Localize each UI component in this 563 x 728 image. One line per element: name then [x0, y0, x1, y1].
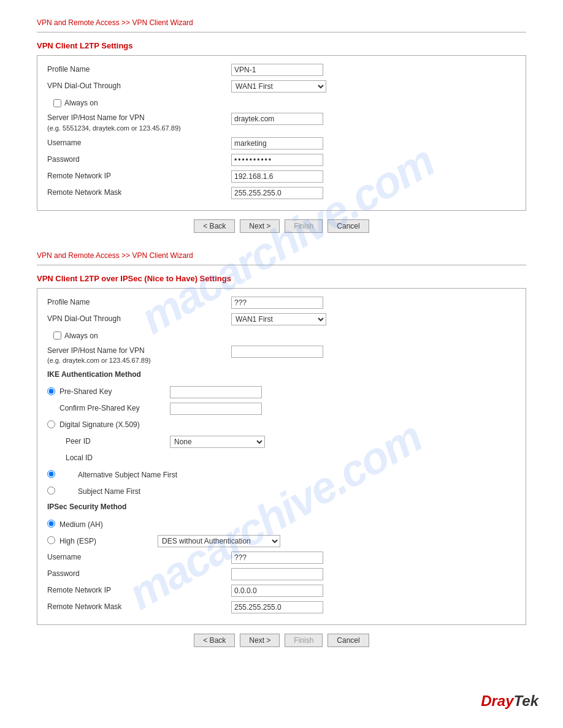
- finish-button-2[interactable]: Finish: [285, 634, 323, 647]
- back-button-2[interactable]: < Back: [194, 634, 235, 647]
- s2-peer-id-label: Peer ID: [66, 437, 170, 447]
- remote-ip-label: Remote Network IP: [47, 172, 231, 181]
- server-row: Server IP/Host Name for VPN (e.g. 555123…: [47, 113, 516, 134]
- remote-mask-label: Remote Network Mask: [47, 188, 231, 198]
- s2-peer-id-select[interactable]: None: [170, 436, 265, 448]
- s2-password-input[interactable]: [231, 568, 323, 580]
- s2-remote-mask-row: Remote Network Mask: [47, 601, 516, 614]
- always-on-row: Always on: [47, 96, 516, 110]
- section2-settings-box: Profile Name VPN Dial-Out Through WAN1 F…: [37, 288, 526, 626]
- s2-password-row: Password: [47, 567, 516, 581]
- s2-remote-ip-row: Remote Network IP: [47, 584, 516, 597]
- dial-out-row: VPN Dial-Out Through WAN1 First WAN2 Fir…: [47, 80, 516, 93]
- s2-preshared-input[interactable]: [170, 386, 262, 398]
- button-bar-2: < Back Next > Finish Cancel: [37, 634, 526, 647]
- logo-dray: Dray: [481, 692, 513, 709]
- password-label: Password: [47, 155, 231, 165]
- s2-profile-name-label: Profile Name: [47, 298, 231, 308]
- cancel-button-1[interactable]: Cancel: [327, 219, 369, 233]
- profile-name-label: Profile Name: [47, 65, 231, 75]
- s2-confirm-preshared-label: Confirm Pre-Shared Key: [59, 404, 170, 414]
- section2-title: VPN Client L2TP over IPSec (Nice to Have…: [37, 274, 526, 283]
- s2-preshared-label: Pre-Shared Key: [59, 387, 170, 397]
- remote-ip-input[interactable]: [231, 170, 323, 183]
- s2-dial-out-row: VPN Dial-Out Through WAN1 First WAN2 Fir…: [47, 313, 516, 326]
- always-on-checkbox[interactable]: [53, 99, 61, 107]
- section1-settings-box: Profile Name VPN Dial-Out Through WAN1 F…: [37, 55, 526, 211]
- s2-dial-out-label: VPN Dial-Out Through: [47, 314, 231, 324]
- next-button-1[interactable]: Next >: [240, 219, 280, 233]
- s2-remote-ip-label: Remote Network IP: [47, 586, 231, 596]
- s2-medium-label: Medium (AH): [59, 520, 103, 529]
- s2-medium-radio[interactable]: [47, 520, 55, 528]
- logo-tek: Tek: [514, 692, 538, 709]
- profile-name-input[interactable]: [231, 64, 323, 76]
- s2-high-label: High (ESP): [59, 537, 158, 545]
- s2-username-row: Username: [47, 551, 516, 564]
- draytek-logo: DrayTek: [481, 692, 538, 710]
- s2-server-row: Server IP/Host Name for VPN (e.g. drayte…: [47, 346, 516, 366]
- username-label: Username: [47, 138, 231, 148]
- s2-preshared-row: Pre-Shared Key: [47, 385, 516, 399]
- s2-subject-name-row: Subject Name First: [47, 485, 516, 498]
- s2-alt-subject-row: Alternative Subject Name First: [47, 468, 516, 482]
- password-row: Password: [47, 153, 516, 167]
- finish-button-1[interactable]: Finish: [285, 219, 323, 233]
- s2-server-input[interactable]: [231, 346, 323, 358]
- s2-preshared-radio[interactable]: [47, 387, 55, 395]
- s2-always-on-checkbox[interactable]: [53, 332, 61, 339]
- s2-remote-mask-input[interactable]: [231, 601, 323, 613]
- s2-remote-mask-label: Remote Network Mask: [47, 602, 231, 612]
- section1-title: VPN Client L2TP Settings: [37, 41, 526, 50]
- s2-digital-sig-row: Digital Signature (X.509): [47, 419, 516, 432]
- s2-password-label: Password: [47, 569, 231, 579]
- profile-name-row: Profile Name: [47, 63, 516, 77]
- username-input[interactable]: [231, 137, 323, 150]
- s2-high-radio[interactable]: [47, 536, 55, 544]
- s2-profile-name-input[interactable]: [231, 297, 323, 309]
- server-input[interactable]: [231, 113, 323, 125]
- s2-local-id-row: Local ID: [47, 452, 516, 465]
- s2-confirm-preshared-input[interactable]: [170, 403, 262, 415]
- s2-medium-row: Medium (AH): [47, 518, 516, 531]
- s2-profile-name-row: Profile Name: [47, 296, 516, 309]
- username-row: Username: [47, 137, 516, 150]
- s2-subject-name-radio[interactable]: [47, 487, 55, 495]
- s2-dial-out-select[interactable]: WAN1 First WAN2 First: [231, 313, 326, 325]
- remote-mask-row: Remote Network Mask: [47, 186, 516, 200]
- s2-ipsec-label: IPSec Security Method: [47, 502, 231, 512]
- s2-ipsec-label-row: IPSec Security Method: [47, 501, 516, 515]
- breadcrumb-2: VPN and Remote Access >> VPN Client Wiza…: [37, 251, 526, 260]
- s2-digital-sig-radio[interactable]: [47, 420, 55, 428]
- next-button-2[interactable]: Next >: [240, 634, 280, 647]
- s2-confirm-preshared-row: Confirm Pre-Shared Key: [47, 402, 516, 415]
- s2-always-on-row: Always on: [47, 329, 516, 343]
- s2-alt-subject-label: Alternative Subject Name First: [78, 471, 177, 479]
- password-input[interactable]: [231, 154, 323, 166]
- s2-username-label: Username: [47, 553, 231, 563]
- back-button-1[interactable]: < Back: [194, 219, 235, 233]
- s2-server-label: Server IP/Host Name for VPN (e.g. drayte…: [47, 346, 231, 366]
- breadcrumb-1: VPN and Remote Access >> VPN Client Wiza…: [37, 18, 526, 27]
- always-on-label: Always on: [64, 99, 98, 107]
- s2-ike-label-row: IKE Authentication Method: [47, 369, 516, 382]
- dial-out-label: VPN Dial-Out Through: [47, 82, 231, 91]
- s2-subject-name-label: Subject Name First: [78, 487, 140, 496]
- server-label: Server IP/Host Name for VPN (e.g. 555123…: [47, 113, 231, 134]
- dial-out-select[interactable]: WAN1 First WAN2 First: [231, 80, 326, 93]
- s2-high-row: High (ESP) DES without Authentication 3D…: [47, 534, 516, 548]
- s2-always-on-label: Always on: [64, 332, 98, 340]
- button-bar-1: < Back Next > Finish Cancel: [37, 219, 526, 233]
- cancel-button-2[interactable]: Cancel: [327, 634, 369, 647]
- remote-mask-input[interactable]: [231, 187, 323, 199]
- s2-ike-label: IKE Authentication Method: [47, 370, 231, 380]
- s2-alt-subject-radio[interactable]: [47, 470, 55, 478]
- s2-username-input[interactable]: [231, 552, 323, 564]
- remote-ip-row: Remote Network IP: [47, 170, 516, 183]
- s2-local-id-label: Local ID: [66, 453, 170, 463]
- s2-digital-sig-label: Digital Signature (X.509): [59, 420, 194, 430]
- s2-remote-ip-input[interactable]: [231, 585, 323, 597]
- s2-peer-id-row: Peer ID None: [47, 435, 516, 449]
- s2-esp-select[interactable]: DES without Authentication 3DES with Aut…: [158, 535, 280, 547]
